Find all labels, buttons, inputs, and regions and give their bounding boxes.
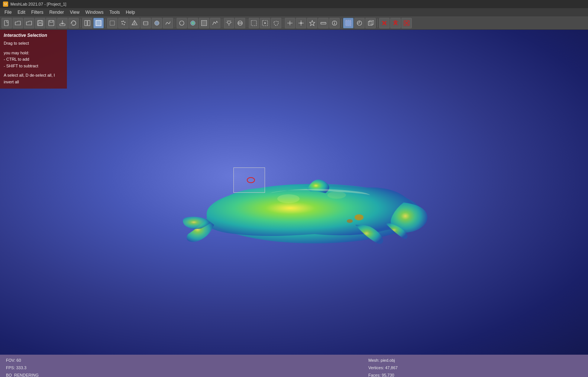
svg-line-32 [227, 20, 228, 21]
whale-svg [177, 145, 437, 264]
svg-rect-37 [251, 20, 256, 26]
toolbar-points-btn[interactable] [118, 18, 129, 28]
sep2 [105, 19, 106, 28]
toolbar-pick-point-btn[interactable] [296, 18, 306, 28]
titlebar: M MeshLab 2021.07 - [Project_1] [0, 0, 588, 8]
svg-rect-54 [346, 20, 351, 26]
toolbar-select-area-btn[interactable] [271, 18, 281, 28]
svg-point-28 [227, 21, 230, 24]
svg-point-15 [122, 23, 123, 24]
toolbar-ruler-btn[interactable] [318, 18, 329, 28]
app-icon: M [3, 1, 8, 7]
toolbar-ortho-btn[interactable] [365, 18, 376, 28]
status-left: FOV: 60 FPS: 333.3 BO_RENDERING [6, 357, 220, 377]
toolbar-save-btn[interactable] [35, 18, 45, 28]
svg-point-39 [264, 22, 266, 24]
toolbar-annotate-btn[interactable] [307, 18, 317, 28]
toolbar-export-btn[interactable] [57, 18, 68, 28]
svg-point-16 [124, 24, 125, 25]
toolbar-new-btn[interactable] [1, 18, 12, 28]
svg-point-76 [347, 219, 353, 223]
toolbar-hidden-lines-btn[interactable] [140, 18, 151, 28]
viewport[interactable]: Interactive Selection Drag to select you… [0, 30, 588, 355]
panel-title: Interactive Selection [4, 33, 63, 38]
toolbar-vert-color-btn[interactable] [188, 18, 198, 28]
toolbar-delete-face-btn[interactable] [379, 18, 390, 28]
status-mesh: Mesh: pied.obj [368, 357, 582, 364]
status-faces: Faces: 95,730 [368, 372, 582, 377]
svg-rect-8 [85, 20, 87, 26]
svg-point-75 [355, 214, 364, 220]
toolbar-smooth-btn[interactable] [163, 18, 173, 28]
status-rendering: BO_RENDERING [6, 372, 220, 377]
panel-content: Drag to select you may hold: - CTRL to a… [4, 40, 63, 86]
svg-point-74 [327, 191, 346, 199]
toolbar-select-drag-btn[interactable] [343, 18, 353, 28]
svg-rect-10 [96, 20, 101, 26]
whale-model [177, 145, 437, 264]
toolbar-wireframe-btn[interactable] [129, 18, 140, 28]
status-right: Mesh: pied.obj Vertices: 47,867 Faces: 9… [220, 357, 582, 377]
toolbar-snap-btn[interactable] [354, 18, 365, 28]
toolbar-select-face-btn[interactable] [249, 18, 259, 28]
sep7 [341, 19, 342, 28]
info-panel: Interactive Selection Drag to select you… [0, 30, 67, 89]
svg-point-24 [191, 21, 195, 25]
statusbar: FOV: 60 FPS: 333.3 BO_RENDERING Mesh: pi… [0, 355, 588, 377]
svg-point-12 [122, 21, 123, 22]
ctrl-label: - CTRL to add [4, 56, 63, 63]
svg-rect-4 [38, 23, 42, 25]
menu-windows[interactable]: Windows [83, 9, 107, 16]
toolbar-trackball-btn[interactable] [235, 18, 245, 28]
toolbar-quality-btn[interactable] [210, 18, 220, 28]
svg-rect-9 [88, 20, 90, 26]
menu-help[interactable]: Help [123, 9, 138, 16]
status-fov: FOV: 60 [6, 357, 220, 364]
toolbar-flat-btn[interactable] [152, 18, 162, 28]
svg-rect-0 [4, 20, 8, 26]
app-title: MeshLab 2021.07 - [Project_1] [10, 2, 66, 6]
menu-render[interactable]: Render [46, 9, 67, 16]
svg-line-33 [230, 20, 231, 21]
toolbar-delete-vert-btn[interactable] [390, 18, 401, 28]
menu-file[interactable]: File [1, 9, 14, 16]
toolbar-no-color-btn[interactable] [177, 18, 187, 28]
svg-rect-5 [49, 20, 54, 26]
svg-point-68 [395, 20, 396, 22]
drag-label: Drag to select [4, 40, 63, 47]
toolbar-info-btn[interactable] [329, 18, 340, 28]
toolbar-light-btn[interactable] [224, 18, 234, 28]
svg-point-23 [180, 21, 184, 25]
toolbar-saveas-btn[interactable] [46, 18, 56, 28]
toolbar-align-btn[interactable] [285, 18, 295, 28]
toolbar-open-btn[interactable] [13, 18, 23, 28]
toolbar-open-recent-btn[interactable] [24, 18, 34, 28]
toolbar-reload-btn[interactable] [68, 18, 79, 28]
keys-label: A select all, D de-select all, I invert … [4, 72, 63, 85]
toolbar-texture-btn[interactable] [199, 18, 209, 28]
status-fps: FPS: 333.3 [6, 364, 220, 372]
menu-filters[interactable]: Filters [28, 9, 46, 16]
toolbar-bbox-btn[interactable] [107, 18, 117, 28]
sep8 [377, 19, 378, 28]
menu-edit[interactable]: Edit [14, 9, 28, 16]
menu-view[interactable]: View [67, 9, 83, 16]
svg-rect-11 [110, 21, 114, 25]
svg-point-13 [123, 20, 124, 22]
menu-tools[interactable]: Tools [107, 9, 123, 16]
menubar: File Edit Filters Render View Windows To… [0, 8, 588, 16]
svg-point-53 [334, 21, 335, 22]
toolbar [0, 16, 588, 30]
sep3 [175, 19, 175, 28]
toolbar-select-vert-btn[interactable] [260, 18, 270, 28]
svg-point-14 [125, 22, 126, 23]
svg-line-61 [372, 20, 374, 22]
toolbar-delete-all-btn[interactable] [401, 18, 412, 28]
selection-cursor [247, 177, 255, 183]
svg-rect-25 [201, 20, 207, 26]
selection-rectangle [233, 167, 265, 193]
hold-label: you may hold: [4, 50, 63, 57]
toolbar-single-view-btn[interactable] [93, 18, 104, 28]
svg-point-73 [277, 194, 300, 203]
toolbar-split-view-btn[interactable] [82, 18, 93, 28]
